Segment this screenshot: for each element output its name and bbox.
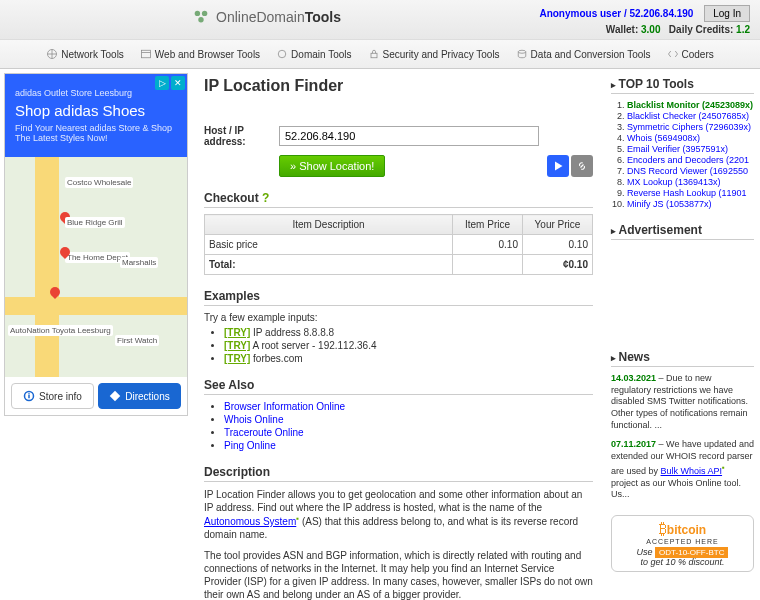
main-nav: Network Tools Web and Browser Tools Doma… xyxy=(0,40,760,69)
host-label: Host / IP address: xyxy=(204,125,279,147)
data-icon xyxy=(516,48,528,60)
play-icon xyxy=(552,160,564,172)
nav-data[interactable]: Data and Conversion Tools xyxy=(510,45,657,63)
svg-point-1 xyxy=(202,11,207,16)
bitcoin-banner[interactable]: ₿bitcoin ACCEPTED HERE Use ODT-10-OFF-BT… xyxy=(611,515,754,572)
play-button[interactable] xyxy=(547,155,569,177)
top10-item: Encoders and Decoders (2201 xyxy=(627,155,754,165)
top10-item: Email Verifier (3957591x) xyxy=(627,144,754,154)
list-item: Ping Online xyxy=(224,440,593,451)
logo-icon xyxy=(192,8,210,26)
top10-link[interactable]: MX Lookup (1369413x) xyxy=(627,177,721,187)
example-item: [TRY] A root server - 192.112.36.4 xyxy=(224,340,593,351)
try-link[interactable]: [TRY] xyxy=(224,327,250,338)
top10-item: Whois (5694908x) xyxy=(627,133,754,143)
nav-domain[interactable]: Domain Tools xyxy=(270,45,357,63)
top10-link[interactable]: Reverse Hash Lookup (11901 xyxy=(627,188,747,198)
list-item: Browser Information Online xyxy=(224,401,593,412)
adv-slot xyxy=(611,246,754,336)
news-heading: News xyxy=(611,350,754,367)
checkout-table: Item DescriptionItem PriceYour Price Bas… xyxy=(204,214,593,275)
top10-link[interactable]: Encoders and Decoders (2201 xyxy=(627,155,749,165)
top10-item: DNS Record Viewer (1692550 xyxy=(627,166,754,176)
checkout-heading: Checkout ? xyxy=(204,191,593,208)
svg-point-0 xyxy=(195,11,200,16)
top10-link[interactable]: DNS Record Viewer (1692550 xyxy=(627,166,748,176)
nav-web[interactable]: Web and Browser Tools xyxy=(134,45,266,63)
wallet-info: Wallet: 3.00 Daily Credits: 1.2 xyxy=(539,24,750,35)
top10-link[interactable]: Minify JS (1053877x) xyxy=(627,199,712,209)
top10-item: Reverse Hash Lookup (11901 xyxy=(627,188,754,198)
list-item: Traceroute Online xyxy=(224,427,593,438)
ad-store-info-button[interactable]: Store info xyxy=(11,383,94,409)
nav-network[interactable]: Network Tools xyxy=(40,45,130,63)
top10-item: Blacklist Monitor (24523089x) xyxy=(627,100,754,110)
top10-link[interactable]: Email Verifier (3957591x) xyxy=(627,144,728,154)
nav-coders[interactable]: Coders xyxy=(661,45,720,63)
link-icon xyxy=(576,160,588,172)
top10-link[interactable]: Blacklist Checker (24507685x) xyxy=(627,111,749,121)
globe-icon xyxy=(46,48,58,60)
top10-link[interactable]: Symmetric Ciphers (7296039x) xyxy=(627,122,751,132)
examples-intro: Try a few example inputs: xyxy=(204,312,593,323)
top10-link[interactable]: Blacklist Monitor (24523089x) xyxy=(627,100,753,110)
login-button[interactable]: Log In xyxy=(704,5,750,22)
example-item: [TRY] IP address 8.8.8.8 xyxy=(224,327,593,338)
top10-item: Symmetric Ciphers (7296039x) xyxy=(627,122,754,132)
ad-map[interactable]: Costco Wholesale Blue Ridge Grill The Ho… xyxy=(5,157,187,377)
seealso-heading: See Also xyxy=(204,378,593,395)
seealso-link[interactable]: Ping Online xyxy=(224,440,276,451)
top10-item: Minify JS (1053877x) xyxy=(627,199,754,209)
news-item: 07.11.2017 – We have updated and extende… xyxy=(611,439,754,500)
logo-text: OnlineDomainTools xyxy=(216,9,341,25)
desc-para: The tool provides ASN and BGP informatio… xyxy=(204,549,593,600)
ad-title: Shop adidas Shoes xyxy=(15,102,177,119)
svg-point-5 xyxy=(278,50,286,58)
link-button[interactable] xyxy=(571,155,593,177)
as-link[interactable]: Autonomous System xyxy=(204,516,296,527)
top10-item: Blacklist Checker (24507685x) xyxy=(627,111,754,121)
nav-security[interactable]: Security and Privacy Tools xyxy=(362,45,506,63)
browser-icon xyxy=(140,48,152,60)
host-input[interactable] xyxy=(279,126,539,146)
top10-heading: TOP 10 Tools xyxy=(611,77,754,94)
logo[interactable]: OnlineDomainTools xyxy=(192,8,341,26)
top10-link[interactable]: Whois (5694908x) xyxy=(627,133,700,143)
lock-icon xyxy=(368,48,380,60)
news-item: 14.03.2021 – Due to new regulatory restr… xyxy=(611,373,754,431)
ad-store-name: adidas Outlet Store Leesburg xyxy=(15,88,177,98)
top10-item: MX Lookup (1369413x) xyxy=(627,177,754,187)
page-title: IP Location Finder xyxy=(204,77,593,95)
svg-point-7 xyxy=(518,50,526,53)
try-link[interactable]: [TRY] xyxy=(224,353,250,364)
seealso-link[interactable]: Browser Information Online xyxy=(224,401,345,412)
directions-icon xyxy=(109,390,121,402)
try-link[interactable]: [TRY] xyxy=(224,340,250,351)
help-icon[interactable]: ? xyxy=(262,191,269,205)
example-item: [TRY] forbes.com xyxy=(224,353,593,364)
adv-heading: Advertisement xyxy=(611,223,754,240)
desc-para: IP Location Finder allows you to get geo… xyxy=(204,488,593,541)
description-heading: Description xyxy=(204,465,593,482)
list-item: Whois Online xyxy=(224,414,593,425)
info-icon xyxy=(23,390,35,402)
seealso-link[interactable]: Whois Online xyxy=(224,414,283,425)
code-icon xyxy=(667,48,679,60)
ad-directions-button[interactable]: Directions xyxy=(98,383,181,409)
show-location-button[interactable]: » Show Location! xyxy=(279,155,385,177)
ad-box[interactable]: ▷✕ adidas Outlet Store Leesburg Shop adi… xyxy=(4,73,188,416)
examples-heading: Examples xyxy=(204,289,593,306)
domain-icon xyxy=(276,48,288,60)
news-link[interactable]: Bulk Whois API xyxy=(661,466,723,476)
user-link[interactable]: Anonymous user / 52.206.84.190 xyxy=(539,8,693,19)
ad-subtitle: Find Your Nearest adidas Store & Shop Th… xyxy=(15,123,177,143)
seealso-link[interactable]: Traceroute Online xyxy=(224,427,304,438)
svg-rect-4 xyxy=(141,50,150,58)
svg-rect-6 xyxy=(371,53,377,58)
svg-point-2 xyxy=(198,17,203,22)
